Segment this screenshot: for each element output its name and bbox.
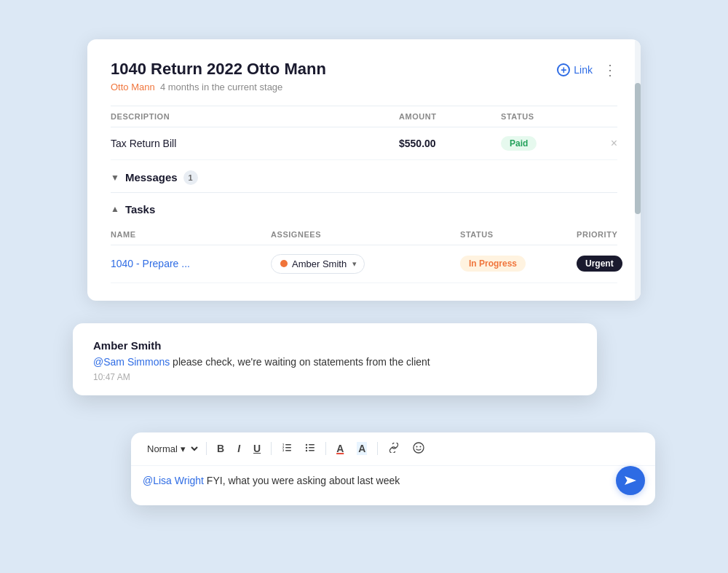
- message-mention: @Sam Simmons: [93, 356, 170, 368]
- card-subtitle: Otto Mann 4 months in the current stage: [111, 82, 617, 92]
- scrollbar-thumb: [635, 83, 641, 214]
- toolbar-separator-4: [377, 442, 378, 455]
- editor-body[interactable]: @Lisa Wright FYI, what you were asking a…: [131, 466, 655, 505]
- assignee-chevron-icon: ▾: [352, 259, 357, 269]
- editor-mention: @Lisa Wright: [143, 475, 204, 486]
- subtitle-detail: 4 months in the current stage: [157, 82, 282, 92]
- send-icon: [623, 473, 638, 488]
- toolbar-separator-1: [206, 442, 207, 455]
- toolbar-separator-2: [271, 442, 272, 455]
- svg-point-12: [414, 443, 424, 453]
- billing-amount: $550.00: [399, 138, 501, 149]
- messages-section-toggle[interactable]: ▼ Messages 1: [111, 160, 617, 193]
- billing-col-status: STATUS: [501, 112, 588, 121]
- billing-col-actions: [588, 112, 617, 121]
- link-insert-button[interactable]: [384, 440, 404, 457]
- billing-row: Tax Return Bill $550.00 Paid ×: [111, 127, 617, 160]
- svg-rect-6: [309, 444, 314, 446]
- task-priority-badge: Urgent: [577, 256, 622, 272]
- messages-count-badge: 1: [183, 170, 198, 185]
- task-status-badge: In Progress: [460, 256, 577, 272]
- message-card: Amber Smith @Sam Simmons please check, w…: [73, 323, 597, 395]
- svg-point-10: [306, 446, 307, 448]
- highlight-button[interactable]: A: [352, 440, 371, 457]
- tasks-section-toggle[interactable]: ▲ Tasks: [111, 193, 617, 223]
- billing-status-badge: Paid: [501, 136, 588, 151]
- tasks-col-priority: PRIORITY: [577, 230, 617, 239]
- messages-chevron-icon: ▼: [111, 173, 119, 183]
- billing-col-amount: AMOUNT: [399, 112, 501, 121]
- task-row: 1040 - Prepare ... Amber Smith ▾ In Prog…: [111, 245, 617, 283]
- urgent-badge: Urgent: [577, 256, 622, 272]
- subtitle-name: Otto Mann: [111, 82, 155, 92]
- editor-toolbar: Normal ▾ B I U 123 A A: [131, 432, 655, 466]
- svg-rect-1: [285, 447, 291, 448]
- format-select[interactable]: Normal ▾: [141, 441, 200, 457]
- link-button[interactable]: + Link: [557, 63, 593, 76]
- ordered-list-button[interactable]: 123: [277, 440, 296, 457]
- page-title: 1040 Return 2022 Otto Mann: [111, 60, 326, 79]
- message-author: Amber Smith: [93, 339, 577, 352]
- svg-rect-0: [285, 444, 291, 446]
- header-actions: + Link ⋮: [557, 61, 617, 79]
- billing-remove-button[interactable]: ×: [588, 137, 617, 150]
- tasks-table-header: NAME ASSIGNEES STATUS PRIORITY: [111, 223, 617, 245]
- editor-text: FYI, what you were asking about last wee…: [204, 475, 400, 486]
- svg-point-11: [306, 449, 307, 451]
- svg-point-13: [416, 446, 418, 447]
- card-inner: 1040 Return 2022 Otto Mann + Link ⋮ Otto…: [87, 39, 641, 301]
- billing-table-header: DESCRIPTION AMOUNT STATUS: [111, 106, 617, 127]
- link-label: Link: [574, 64, 593, 76]
- tasks-col-status: STATUS: [460, 230, 577, 239]
- svg-text:3: 3: [282, 448, 285, 452]
- tasks-col-assignees: ASSIGNEES: [271, 230, 460, 239]
- underline-button[interactable]: U: [249, 440, 265, 457]
- svg-point-9: [306, 443, 307, 445]
- text-color-button[interactable]: A: [332, 440, 348, 457]
- billing-description: Tax Return Bill: [111, 138, 399, 149]
- billing-col-description: DESCRIPTION: [111, 112, 399, 121]
- main-card: 1040 Return 2022 Otto Mann + Link ⋮ Otto…: [87, 39, 641, 301]
- scrollbar[interactable]: [635, 39, 641, 301]
- svg-point-14: [420, 446, 422, 447]
- assignee-select[interactable]: Amber Smith ▾: [271, 254, 365, 274]
- assignee-dot: [280, 260, 288, 267]
- svg-rect-8: [309, 450, 314, 451]
- italic-button[interactable]: I: [233, 440, 245, 457]
- message-body: @Sam Simmons please check, we're waiting…: [93, 356, 577, 368]
- link-icon: +: [557, 63, 570, 76]
- emoji-button[interactable]: [408, 440, 429, 458]
- send-button[interactable]: [616, 466, 645, 495]
- unordered-list-button[interactable]: [301, 440, 320, 457]
- editor-card: Normal ▾ B I U 123 A A: [131, 432, 655, 505]
- message-text: please check, we're waiting on statement…: [170, 356, 430, 368]
- svg-rect-2: [285, 450, 291, 451]
- task-name-link[interactable]: 1040 - Prepare ...: [111, 258, 271, 269]
- tasks-chevron-icon: ▲: [111, 204, 119, 214]
- svg-rect-7: [309, 447, 314, 448]
- more-button[interactable]: ⋮: [603, 61, 617, 79]
- card-header: 1040 Return 2022 Otto Mann + Link ⋮: [111, 60, 617, 79]
- assignee-name: Amber Smith: [292, 258, 347, 269]
- tasks-section-label: Tasks: [125, 203, 155, 216]
- toolbar-separator-3: [325, 442, 326, 455]
- message-time: 10:47 AM: [93, 372, 577, 382]
- tasks-col-name: NAME: [111, 230, 271, 239]
- paid-badge: Paid: [501, 136, 537, 151]
- bold-button[interactable]: B: [213, 440, 229, 457]
- messages-section-label: Messages: [125, 171, 178, 183]
- inprogress-badge: In Progress: [460, 256, 526, 272]
